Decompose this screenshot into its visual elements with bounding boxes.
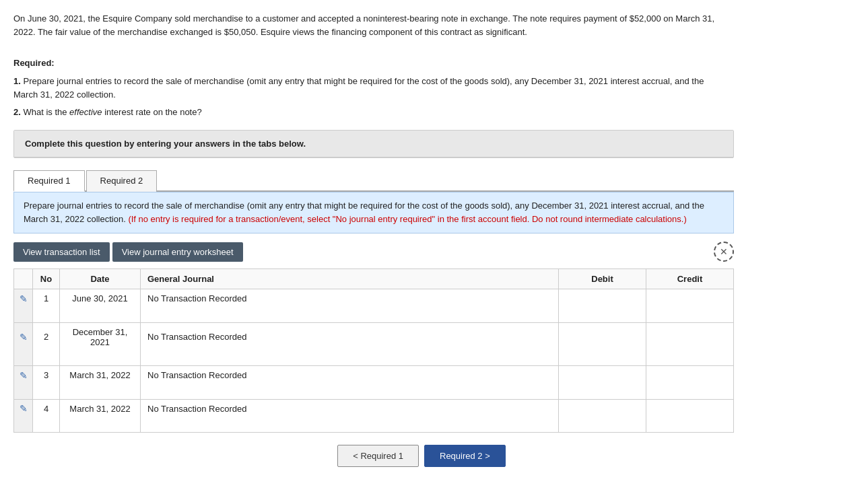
edit-icon[interactable]: ✎ <box>20 370 28 381</box>
complete-question-box: Complete this question by entering your … <box>13 130 734 158</box>
paragraph-1: On June 30, 2021, the Esquire Company so… <box>13 12 720 39</box>
row-credit[interactable] <box>646 289 734 308</box>
row-general-journal[interactable]: No Transaction Recorded <box>141 366 559 385</box>
prev-button[interactable]: < Required 1 <box>337 445 419 467</box>
buttons-row: View transaction list View journal entry… <box>13 242 734 262</box>
row-general-journal[interactable]: No Transaction Recorded <box>141 399 559 418</box>
complete-question-header: Complete this question by entering your … <box>14 131 733 157</box>
row-credit[interactable] <box>646 322 734 351</box>
table-row: ✎2December 31,2021No Transaction Recorde… <box>14 322 734 351</box>
row-number: 3 <box>33 366 60 385</box>
row-number: 4 <box>33 399 60 418</box>
row-credit[interactable] <box>646 399 734 418</box>
row-date: June 30, 2021 <box>60 289 141 308</box>
edit-icon[interactable]: ✎ <box>20 332 28 343</box>
row-general-journal[interactable]: No Transaction Recorded <box>141 322 559 351</box>
table-row: ✎3March 31, 2022No Transaction Recorded <box>14 366 734 385</box>
header-credit: Credit <box>646 269 734 289</box>
instruction-box: Prepare journal entries to record the sa… <box>13 192 734 233</box>
req2-text-pre: What is the <box>23 107 69 117</box>
table-row-sub <box>14 418 734 433</box>
expand-icon[interactable]: ✕ <box>714 242 734 262</box>
row-number: 1 <box>33 289 60 308</box>
req2-text-post: interest rate on the note? <box>102 107 202 117</box>
bottom-nav: < Required 1 Required 2 > <box>13 445 830 467</box>
table-row-sub <box>14 308 734 322</box>
table-row-sub <box>14 384 734 399</box>
row-debit[interactable] <box>559 322 646 351</box>
view-journal-entry-worksheet-button[interactable]: View journal entry worksheet <box>112 242 243 262</box>
req1-text: Prepare journal entries to record the sa… <box>13 76 704 100</box>
row-general-journal[interactable]: No Transaction Recorded <box>141 289 559 308</box>
header-no: No <box>33 269 60 289</box>
header-general-journal: General Journal <box>141 269 559 289</box>
req1-label: 1. <box>13 76 21 86</box>
tab-required-2[interactable]: Required 2 <box>86 170 158 192</box>
buttons-left: View transaction list View journal entry… <box>13 242 243 262</box>
req2-text-italic: effective <box>69 107 102 117</box>
tab-required-1[interactable]: Required 1 <box>13 170 85 192</box>
row-date: December 31,2021 <box>60 322 141 351</box>
next-button[interactable]: Required 2 > <box>424 445 506 467</box>
row-debit[interactable] <box>559 399 646 418</box>
header-date: Date <box>60 269 141 289</box>
req2-label: 2. <box>13 107 21 117</box>
row-credit[interactable] <box>646 366 734 385</box>
problem-text: On June 30, 2021, the Esquire Company so… <box>13 12 720 119</box>
table-row: ✎4March 31, 2022No Transaction Recorded <box>14 399 734 418</box>
journal-table: No Date General Journal Debit Credit ✎1J… <box>13 268 734 433</box>
table-header-row: No Date General Journal Debit Credit <box>14 269 734 289</box>
row-debit[interactable] <box>559 289 646 308</box>
required-heading: Required: <box>13 58 55 68</box>
tabs-row: Required 1 Required 2 <box>13 169 734 192</box>
row-number: 2 <box>33 322 60 351</box>
instruction-red: (If no entry is required for a transacti… <box>128 214 686 224</box>
header-edit <box>14 269 33 289</box>
header-debit: Debit <box>559 269 646 289</box>
edit-icon[interactable]: ✎ <box>20 403 28 414</box>
row-debit[interactable] <box>559 366 646 385</box>
row-date: March 31, 2022 <box>60 366 141 385</box>
row-date: March 31, 2022 <box>60 399 141 418</box>
edit-icon[interactable]: ✎ <box>20 293 28 304</box>
table-row-sub <box>14 351 734 366</box>
table-row: ✎1June 30, 2021No Transaction Recorded <box>14 289 734 308</box>
view-transaction-list-button[interactable]: View transaction list <box>13 242 110 262</box>
